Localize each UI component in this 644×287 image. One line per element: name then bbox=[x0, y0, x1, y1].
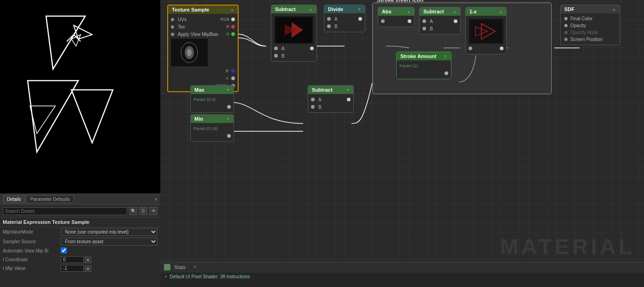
select-mipvaluemode[interactable]: None (use computed mip level) bbox=[61, 228, 158, 236]
subtract1-a: A bbox=[271, 45, 316, 52]
min-port-row bbox=[191, 132, 234, 140]
divide-a: A bbox=[324, 15, 365, 23]
port-sub3-out[interactable] bbox=[347, 98, 351, 101]
stats-close-button[interactable]: × bbox=[191, 264, 199, 271]
stats-instruction-text: Default UI Pixel Shader: 38 instructions bbox=[170, 274, 250, 279]
max-title: Max bbox=[194, 87, 204, 93]
one-minus-title: 1-x bbox=[469, 9, 477, 14]
select-samplersource[interactable]: From texture asset bbox=[61, 238, 158, 246]
max-body: Param (0.2) bbox=[191, 94, 234, 112]
min-header: Min ▼ bbox=[191, 115, 234, 123]
stroke-amount-title: Stroke Amount bbox=[400, 53, 436, 59]
texture-sample-arrow[interactable]: ▲ bbox=[230, 8, 234, 12]
input-coordinate[interactable] bbox=[61, 256, 84, 263]
value-mipvaluemode: None (use computed mip level) bbox=[61, 228, 158, 236]
details-tab[interactable]: Details bbox=[3, 195, 25, 203]
port-b-out[interactable] bbox=[231, 69, 235, 73]
subtract3-header: Subtract ▼ bbox=[308, 86, 353, 94]
max-arrow[interactable]: ▼ bbox=[226, 88, 230, 92]
port-sdf-opacity[interactable] bbox=[564, 24, 568, 27]
port-rgb-out[interactable] bbox=[231, 18, 235, 21]
spin-up-mipvalue[interactable]: ▲ bbox=[85, 265, 91, 272]
texture-sample-title: Texture Sample bbox=[172, 7, 209, 12]
divide-b: B bbox=[324, 23, 365, 30]
port-strokeamt-out[interactable] bbox=[445, 71, 448, 75]
spin-up-coordinate[interactable]: ▲ bbox=[85, 257, 91, 263]
port-abs-out[interactable] bbox=[408, 19, 411, 23]
port-sdf-in[interactable] bbox=[564, 17, 568, 20]
port-oneminus-out[interactable] bbox=[500, 47, 503, 50]
stroke-amount-arrow[interactable]: ▼ bbox=[444, 54, 447, 59]
port-div-b-in[interactable] bbox=[327, 24, 331, 28]
details-row-coordinate: t Coordinate ▲ bbox=[0, 255, 160, 264]
subtract2-header: Subtract ▲ bbox=[420, 7, 460, 16]
port-sub2-out[interactable] bbox=[454, 19, 457, 23]
port-sub3-a-in[interactable] bbox=[311, 98, 315, 101]
search-input[interactable] bbox=[3, 207, 127, 215]
abs-node: Abs ▲ bbox=[378, 7, 415, 27]
one-minus-arrow[interactable]: ▲ bbox=[499, 10, 503, 14]
port-a-out[interactable] bbox=[231, 76, 235, 80]
search-icon-btn[interactable]: 🔍 bbox=[129, 207, 137, 215]
param-defaults-tab[interactable]: Parameter Defaults bbox=[26, 195, 74, 203]
stroke-invert-group: Stroke invert icon Abs ▲ Subtract bbox=[372, 2, 552, 94]
port-min-out[interactable] bbox=[227, 134, 231, 138]
port-sub2-a-in[interactable] bbox=[422, 19, 426, 23]
port-sub1-b-in[interactable] bbox=[274, 54, 278, 58]
eye-icon-btn[interactable]: 👁 bbox=[149, 207, 158, 215]
one-minus-body bbox=[466, 16, 506, 54]
port-sdf-screenpos[interactable] bbox=[564, 38, 568, 41]
port-tex-in[interactable] bbox=[171, 25, 174, 29]
main-layout: Details Parameter Defaults × 🔍 ☰ 👁 Mater… bbox=[0, 0, 644, 287]
sdf-opacity: Opacity bbox=[561, 22, 620, 29]
details-header-tabs: Details Parameter Defaults bbox=[3, 195, 74, 203]
port-div-a-in[interactable] bbox=[327, 17, 331, 21]
port-uvs-in[interactable] bbox=[171, 18, 174, 21]
texture-sample-header: Texture Sample ▲ bbox=[168, 6, 238, 14]
divide-arrow[interactable]: ▼ bbox=[357, 7, 361, 12]
details-panel: Details Parameter Defaults × 🔍 ☰ 👁 Mater… bbox=[0, 193, 160, 287]
port-sub2-b-in[interactable] bbox=[422, 27, 426, 30]
checkbox-automipbias[interactable] bbox=[61, 247, 67, 253]
stats-bar: Stats × • Default UI Pixel Shader: 38 in… bbox=[160, 262, 644, 287]
label-rgb: RGB bbox=[220, 17, 229, 22]
graph-panel[interactable]: Texture Sample ▲ UVs RGB Tex R bbox=[160, 0, 644, 287]
label-applymip: Apply View MipBias bbox=[176, 32, 224, 37]
port-max-out[interactable] bbox=[227, 105, 231, 109]
port-sub3-b-in[interactable] bbox=[311, 105, 315, 109]
port-sub1-out[interactable] bbox=[310, 47, 314, 50]
label-sub3-b: B bbox=[316, 105, 323, 110]
label-samplersource: Sampler Source bbox=[3, 239, 58, 244]
port-mip-in[interactable] bbox=[171, 33, 174, 36]
port-g-out[interactable] bbox=[231, 32, 235, 36]
subtract2-title: Subtract bbox=[423, 9, 444, 14]
label-div-a: A bbox=[333, 17, 357, 22]
port-div-out[interactable] bbox=[358, 17, 362, 21]
label-opacitymask: Opacity Mask bbox=[570, 30, 598, 35]
port-sdf-opacitymask[interactable] bbox=[564, 31, 568, 34]
sub3-a: A bbox=[308, 96, 353, 103]
port-oneminus-in[interactable] bbox=[468, 47, 472, 50]
sdf-opacitymask: Opacity Mask bbox=[561, 29, 620, 36]
subtract1-node: Subtract ▲ A bbox=[271, 5, 317, 62]
subtract1-title: Subtract bbox=[275, 6, 296, 12]
abs-arrow[interactable]: ▲ bbox=[407, 10, 410, 14]
subtract2-arrow[interactable]: ▲ bbox=[453, 10, 457, 14]
input-mipvalue[interactable] bbox=[61, 265, 84, 272]
min-arrow[interactable]: ▼ bbox=[226, 117, 230, 121]
port-r-out[interactable] bbox=[231, 25, 235, 29]
subtract3-node: Subtract ▼ A B bbox=[308, 85, 354, 113]
close-icon[interactable]: × bbox=[154, 196, 158, 203]
subtract1-header: Subtract ▲ bbox=[271, 5, 316, 13]
subtract3-arrow[interactable]: ▼ bbox=[346, 88, 350, 92]
sdf-arrow[interactable]: ▲ bbox=[612, 7, 616, 12]
subtract1-arrow[interactable]: ▲ bbox=[309, 7, 313, 12]
list-icon-btn[interactable]: ☰ bbox=[139, 207, 147, 215]
texture-sample-uvs: UVs RGB bbox=[168, 16, 238, 23]
texture-sample-node: Texture Sample ▲ UVs RGB Tex R bbox=[167, 5, 239, 92]
one-minus-thumb bbox=[468, 18, 503, 44]
texture-sample-tex: Tex R bbox=[168, 23, 238, 30]
port-sub1-a-in[interactable] bbox=[274, 47, 278, 50]
sub3-b: B bbox=[308, 103, 353, 111]
port-abs-in[interactable] bbox=[381, 19, 385, 23]
